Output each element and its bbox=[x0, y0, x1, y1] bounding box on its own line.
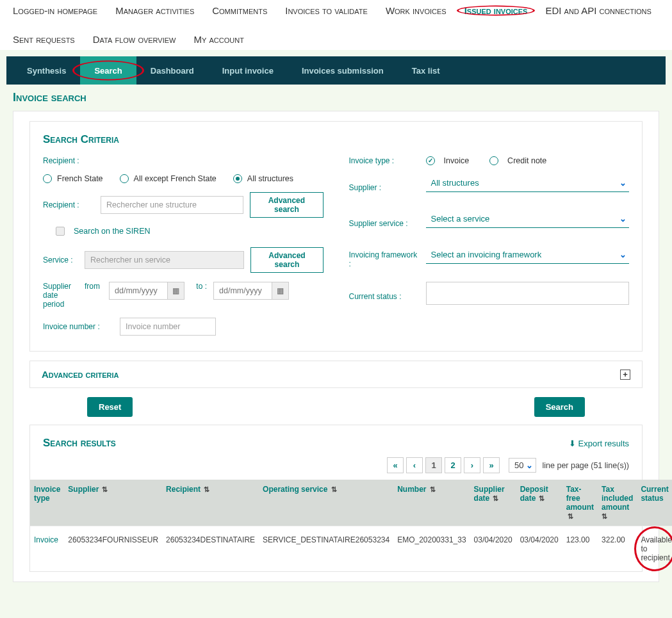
nav-my-account[interactable]: My account bbox=[193, 34, 243, 45]
radio-french-state[interactable] bbox=[43, 174, 52, 183]
sort-icon[interactable]: ⇅ bbox=[602, 512, 607, 520]
service-input bbox=[85, 251, 244, 269]
cell-recipient: 26053234DESTINATAIRE bbox=[162, 526, 259, 572]
page-first-button[interactable]: « bbox=[387, 457, 404, 473]
per-page-select[interactable]: 50⌄ bbox=[509, 458, 536, 473]
advanced-criteria-bar[interactable]: Advanced criteria + bbox=[29, 361, 643, 388]
tab-synthesis[interactable]: Synthesis bbox=[13, 56, 80, 85]
date-from[interactable]: ▦ bbox=[109, 282, 184, 300]
calendar-icon[interactable]: ▦ bbox=[272, 282, 288, 299]
chevron-down-icon: ⌄ bbox=[619, 250, 627, 259]
col-operating-service[interactable]: Operating service ⇅ bbox=[259, 480, 393, 526]
supplier-date-label: Supplier date period bbox=[43, 282, 78, 309]
col-tax-included[interactable]: Tax included amount ⇅ bbox=[598, 480, 637, 526]
date-to-input[interactable] bbox=[214, 282, 272, 299]
sub-nav: Synthesis Search Dashboard Input invoice… bbox=[6, 56, 666, 85]
search-button[interactable]: Search bbox=[534, 397, 585, 417]
sort-icon[interactable]: ⇅ bbox=[537, 494, 545, 502]
page-last-button[interactable]: » bbox=[483, 457, 500, 473]
nav-sent-requests[interactable]: Sent requests bbox=[13, 34, 75, 45]
sort-icon[interactable]: ⇅ bbox=[202, 485, 209, 493]
tab-invoices-submission[interactable]: Invoices submission bbox=[288, 56, 398, 85]
check-invoice-label: Invoice bbox=[444, 156, 470, 165]
sort-icon[interactable]: ⇅ bbox=[100, 485, 108, 493]
date-from-input[interactable] bbox=[110, 282, 167, 299]
sort-icon[interactable]: ⇅ bbox=[491, 494, 498, 502]
supplier-service-label: Supplier service : bbox=[349, 219, 420, 228]
criteria-title: Search Criteria bbox=[43, 133, 629, 146]
cell-sup-date: 03/04/2020 bbox=[470, 526, 516, 572]
nav-homepage[interactable]: Logged-in homepage bbox=[13, 5, 97, 16]
chevron-down-icon: ⌄ bbox=[619, 214, 627, 224]
nav-work-invoices[interactable]: Work invoices bbox=[386, 5, 447, 16]
nav-edi-api[interactable]: EDI and API connections bbox=[545, 5, 651, 16]
cell-taxfree: 123.00 bbox=[562, 526, 598, 572]
tab-search[interactable]: Search bbox=[80, 56, 136, 85]
col-invoice-type[interactable]: Invoice type bbox=[30, 480, 64, 526]
supplier-select[interactable]: All structures ⌄ bbox=[426, 174, 630, 192]
check-credit-note[interactable] bbox=[489, 156, 498, 165]
col-supplier[interactable]: Supplier ⇅ bbox=[64, 480, 162, 526]
cell-dep-date: 03/04/2020 bbox=[516, 526, 562, 572]
supplier-service-select[interactable]: Select a service ⌄ bbox=[426, 210, 630, 228]
page-next-button[interactable]: › bbox=[464, 457, 480, 473]
invoice-type-label: Invoice type : bbox=[349, 156, 420, 165]
pager: « ‹ 1 2 › » 50⌄ line per page (51 line(s… bbox=[30, 457, 642, 480]
tab-dashboard[interactable]: Dashboard bbox=[136, 56, 208, 85]
sort-icon[interactable]: ⇅ bbox=[568, 512, 573, 520]
reset-button[interactable]: Reset bbox=[87, 397, 133, 417]
page-prev-button[interactable]: ‹ bbox=[406, 457, 423, 473]
chevron-down-icon: ⌄ bbox=[526, 460, 533, 470]
criteria-panel: Search Criteria Recipient : French State… bbox=[29, 121, 643, 352]
radio-all-structures-label: All structures bbox=[247, 174, 293, 183]
date-to[interactable]: ▦ bbox=[213, 282, 289, 300]
results-panel: Search results ⬇ Export results « ‹ 1 2 … bbox=[29, 425, 643, 572]
from-label: from bbox=[85, 282, 102, 291]
advanced-criteria-title: Advanced criteria bbox=[42, 369, 119, 380]
service-label: Service : bbox=[43, 256, 78, 264]
col-deposit-date[interactable]: Deposit date ⇅ bbox=[516, 480, 562, 526]
siren-checkbox[interactable] bbox=[56, 227, 65, 236]
page-1-button[interactable]: 1 bbox=[425, 457, 442, 473]
table-row[interactable]: Invoice 26053234FOURNISSEUR 26053234DEST… bbox=[30, 526, 672, 572]
recipient-input[interactable] bbox=[101, 196, 243, 214]
expand-icon[interactable]: + bbox=[620, 370, 630, 380]
sort-icon[interactable]: ⇅ bbox=[428, 485, 436, 493]
supplier-label: Supplier : bbox=[349, 183, 420, 192]
cell-service: SERVICE_DESTINATAIRE26053234 bbox=[259, 526, 393, 572]
cell-number: EMO_20200331_33 bbox=[393, 526, 470, 572]
col-current-status[interactable]: Current status bbox=[637, 480, 672, 526]
col-number[interactable]: Number ⇅ bbox=[393, 480, 470, 526]
check-invoice[interactable] bbox=[426, 156, 435, 165]
col-recipient[interactable]: Recipient ⇅ bbox=[162, 480, 259, 526]
tab-tax-list[interactable]: Tax list bbox=[398, 56, 454, 85]
export-results-link[interactable]: ⬇ Export results bbox=[569, 439, 629, 448]
calendar-icon[interactable]: ▦ bbox=[167, 282, 184, 299]
framework-select[interactable]: Select an invoicing framework ⌄ bbox=[426, 246, 630, 264]
sort-icon[interactable]: ⇅ bbox=[329, 485, 336, 493]
nav-data-flow[interactable]: Data flow overview bbox=[93, 34, 176, 45]
page-2-button[interactable]: 2 bbox=[445, 457, 461, 473]
to-label: to : bbox=[191, 282, 207, 291]
status-input[interactable] bbox=[426, 282, 630, 305]
tab-input-invoice[interactable]: Input invoice bbox=[208, 56, 288, 85]
service-adv-search-button[interactable]: Advanced search bbox=[250, 247, 323, 273]
pager-info: line per page (51 line(s)) bbox=[543, 461, 630, 470]
radio-all-except[interactable] bbox=[120, 174, 129, 183]
radio-all-structures[interactable] bbox=[233, 174, 242, 183]
nav-invoices-validate[interactable]: Invoices to validate bbox=[285, 5, 368, 16]
invoice-number-label: Invoice number : bbox=[43, 322, 113, 331]
recipient-label: Recipient : bbox=[43, 156, 94, 165]
invoice-number-input[interactable] bbox=[120, 318, 216, 336]
results-title: Search results bbox=[43, 437, 116, 450]
siren-label: Search on the SIREN bbox=[74, 227, 151, 236]
nav-commitments[interactable]: Commitments bbox=[212, 5, 267, 16]
nav-manager[interactable]: Manager activities bbox=[115, 5, 194, 16]
col-tax-free[interactable]: Tax-free amount ⇅ bbox=[562, 480, 598, 526]
nav-issued-invoices[interactable]: Issued invoices bbox=[464, 5, 528, 16]
recipient-adv-search-button[interactable]: Advanced search bbox=[250, 192, 323, 218]
page-title: Invoice search bbox=[13, 91, 659, 104]
col-supplier-date[interactable]: Supplier date ⇅ bbox=[470, 480, 516, 526]
cell-type: Invoice bbox=[30, 526, 64, 572]
chevron-down-icon: ⌄ bbox=[619, 178, 627, 188]
